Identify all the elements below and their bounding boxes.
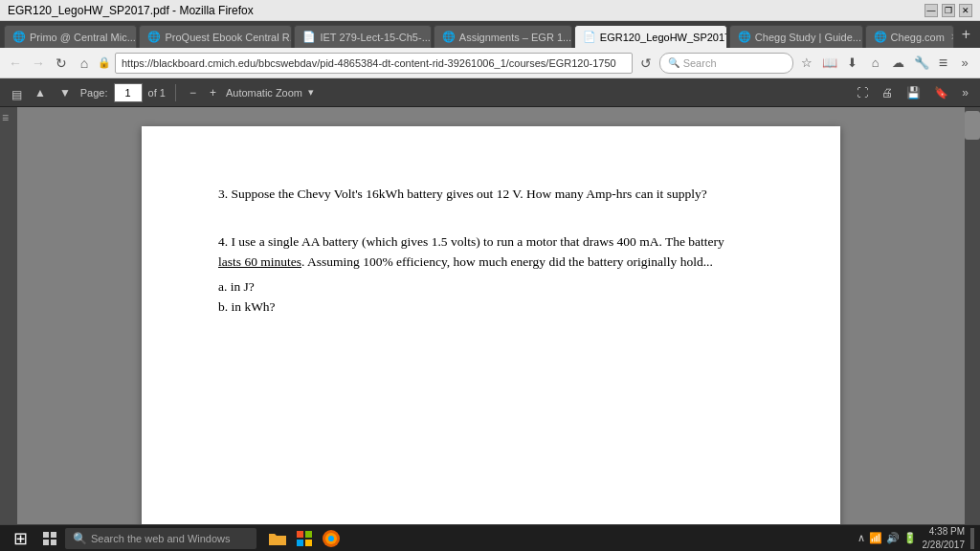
back-button[interactable]: ← xyxy=(6,54,25,73)
pdf-toolbar-right: ⛶ 🖨 💾 🔖 » xyxy=(853,84,972,101)
pdf-fit-page[interactable]: ⛶ xyxy=(853,84,872,101)
question-4a-container: a. in J? xyxy=(218,276,764,298)
pdf-zoom-label: Automatic Zoom xyxy=(226,87,302,99)
tab-assignments[interactable]: 🌐 Assignments – EGR 1... ✕ xyxy=(434,25,572,48)
system-clock[interactable]: 4:38 PM 2/28/2017 xyxy=(923,525,966,552)
pdf-zoom-in-button[interactable]: + xyxy=(206,84,220,101)
bookmark-star-icon[interactable]: ☆ xyxy=(797,54,816,73)
question-4-cont: lasts 60 minutes. Assuming 100% efficien… xyxy=(218,254,713,269)
address-bar: ← → ↻ ⌂ 🔒 https://blackboard.cmich.edu/b… xyxy=(0,48,980,78)
new-tab-button[interactable]: + xyxy=(956,26,976,43)
pdf-page: 3. Suppose the Chevy Volt's 16kWh batter… xyxy=(142,126,840,524)
tab-label: IET 279-Lect-15-Ch5-... xyxy=(320,32,430,43)
pdf-left-sidebar: ≡ xyxy=(0,107,17,524)
refresh-button[interactable]: ↺ xyxy=(636,54,656,73)
forward-button[interactable]: → xyxy=(29,54,48,73)
taskbar-search-bar[interactable]: 🔍 Search the web and Windows xyxy=(65,528,256,549)
taskbar-search-text: Search the web and Windows xyxy=(91,533,231,544)
question-3-text: 3. Suppose the Chevy Volt's 16kWh batter… xyxy=(218,187,707,201)
extension-icon[interactable]: 🔧 xyxy=(912,54,931,73)
svg-point-10 xyxy=(328,536,334,541)
svg-rect-1 xyxy=(51,532,56,538)
taskbar-search-icon: 🔍 xyxy=(73,532,87,545)
pdf-bookmark[interactable]: 🔖 xyxy=(930,84,952,101)
firefox-taskbar-icon[interactable] xyxy=(320,527,343,550)
system-time: 4:38 PM xyxy=(923,525,966,539)
battery-icon[interactable]: 🔋 xyxy=(903,532,917,544)
home-toolbar-icon[interactable]: ⌂ xyxy=(866,54,885,73)
pdf-scroll-down[interactable]: ▼ xyxy=(56,84,75,101)
pdf-tools[interactable]: » xyxy=(958,84,972,101)
minimize-button[interactable]: — xyxy=(924,4,938,17)
question-4a-text: a. in J? xyxy=(218,279,255,294)
browser-scrollbar[interactable] xyxy=(965,107,980,524)
tab-favicon: 🌐 xyxy=(147,31,161,44)
scrollbar-thumb[interactable] xyxy=(965,111,980,140)
tray-up-arrow[interactable]: ∧ xyxy=(858,532,865,544)
maximize-button[interactable]: ❐ xyxy=(942,4,955,17)
browser-content: ≡ 3. Suppose the Chevy Volt's 16kWh batt… xyxy=(0,107,980,524)
security-lock-icon: 🔒 xyxy=(98,56,111,69)
tab-favicon: 🌐 xyxy=(442,31,456,44)
toolbar-separator xyxy=(175,84,176,101)
question-4b-container: b. in kWh? xyxy=(218,297,764,318)
network-icon[interactable]: 📶 xyxy=(869,532,882,544)
pdf-toolbar: ▤ ▲ ▼ Page: of 1 − + Automatic Zoom ▾ ⛶ … xyxy=(0,78,980,107)
windows-store-icon[interactable] xyxy=(293,527,316,550)
sidebar-toggle-icon[interactable]: » xyxy=(955,54,974,73)
tab-label: Chegg Study | Guide... xyxy=(755,32,861,43)
pdf-nav-icon[interactable]: ≡ xyxy=(2,111,15,124)
tab-close-button[interactable]: ✕ xyxy=(950,32,954,42)
file-explorer-icon[interactable] xyxy=(266,527,289,550)
search-icon: 🔍 xyxy=(668,57,679,68)
svg-rect-4 xyxy=(297,531,303,538)
browser-search-bar[interactable]: 🔍 Search xyxy=(659,53,793,74)
reading-mode-icon[interactable]: 📖 xyxy=(820,54,839,73)
question-3: 3. Suppose the Chevy Volt's 16kWh batter… xyxy=(218,184,764,205)
tab-label: Assignments – EGR 1... xyxy=(459,32,571,43)
tab-iet[interactable]: 📄 IET 279-Lect-15-Ch5-... ✕ xyxy=(294,25,431,48)
download-icon[interactable]: ⬇ xyxy=(843,54,862,73)
tab-primo[interactable]: 🌐 Primo @ Central Mic... ✕ xyxy=(4,25,137,48)
tab-proquest[interactable]: 🌐 ProQuest Ebook Central R... ✕ xyxy=(139,25,292,48)
reload-button[interactable]: ↻ xyxy=(52,54,71,73)
pdf-page-label-prefix: Page: xyxy=(80,87,108,99)
url-input[interactable]: https://blackboard.cmich.edu/bbcswebdav/… xyxy=(115,53,633,74)
show-desktop-button[interactable] xyxy=(970,528,974,549)
question-4-intro: 4. I use a single AA battery (which give… xyxy=(218,234,724,249)
tab-chegg-com[interactable]: 🌐 Chegg.com ✕ xyxy=(865,25,954,48)
pdf-page-input[interactable] xyxy=(114,83,143,102)
tab-favicon: 📄 xyxy=(583,31,596,44)
svg-rect-3 xyxy=(51,540,56,545)
pdf-sidebar-toggle[interactable]: ▤ xyxy=(8,86,26,103)
pdf-zoom-out-button[interactable]: − xyxy=(186,84,200,101)
task-view-button[interactable] xyxy=(38,527,61,550)
home-button[interactable]: ⌂ xyxy=(75,54,94,73)
tab-chegg-study[interactable]: 🌐 Chegg Study | Guide... ✕ xyxy=(729,25,863,48)
volume-icon[interactable]: 🔊 xyxy=(886,532,900,544)
svg-rect-7 xyxy=(305,540,312,546)
tab-label: ProQuest Ebook Central R... xyxy=(165,32,292,43)
close-button[interactable]: ✕ xyxy=(959,4,972,17)
pdf-scroll-up[interactable]: ▲ xyxy=(31,84,50,101)
pdf-print[interactable]: 🖨 xyxy=(878,84,897,101)
svg-rect-5 xyxy=(305,531,312,538)
pdf-page-total: of 1 xyxy=(148,87,166,99)
pdf-content-area[interactable]: 3. Suppose the Chevy Volt's 16kWh batter… xyxy=(17,107,965,524)
sync-icon[interactable]: ☁ xyxy=(889,54,908,73)
tab-favicon: 🌐 xyxy=(738,31,751,44)
question-4: 4. I use a single AA battery (which give… xyxy=(218,231,764,318)
window-controls: — ❐ ✕ xyxy=(924,4,972,17)
pdf-save[interactable]: 💾 xyxy=(902,84,924,101)
hamburger-menu-button[interactable]: ≡ xyxy=(935,55,951,72)
url-text: https://blackboard.cmich.edu/bbcswebdav/… xyxy=(122,57,616,69)
search-placeholder: Search xyxy=(683,57,717,69)
windows-start-button[interactable]: ⊞ xyxy=(6,528,34,549)
pdf-zoom-dropdown-icon[interactable]: ▾ xyxy=(308,86,314,99)
question-4b-text: b. in kWh? xyxy=(218,299,276,314)
tab-egr120-active[interactable]: 📄 EGR120_LegoHW_SP2017.... ✕ xyxy=(574,25,727,48)
pdf-text-content: 3. Suppose the Chevy Volt's 16kWh batter… xyxy=(218,184,764,318)
taskbar-right: ∧ 📶 🔊 🔋 4:38 PM 2/28/2017 xyxy=(858,525,975,552)
tab-favicon: 🌐 xyxy=(874,31,887,44)
toolbar-icons: ☆ 📖 ⬇ ⌂ ☁ 🔧 xyxy=(797,54,931,73)
